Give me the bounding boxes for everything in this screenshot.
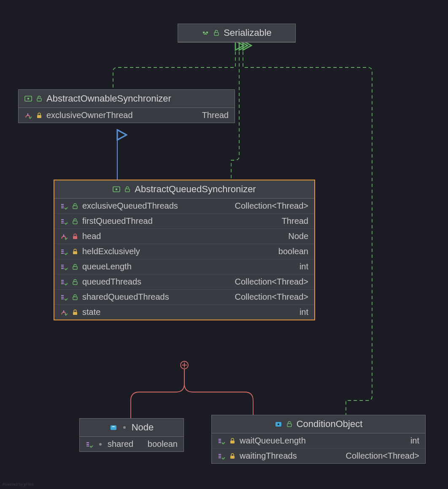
lock-protected-icon <box>71 309 79 316</box>
svg-rect-4 <box>206 32 208 33</box>
node-node[interactable]: Node sharedboolean <box>79 418 184 452</box>
field-name: sharedQueuedThreads <box>82 292 169 302</box>
field-row[interactable]: heldExclusivelyboolean <box>54 244 314 259</box>
lock-public-icon <box>71 278 79 286</box>
field-type: Node <box>288 231 308 241</box>
field-row[interactable]: exclusiveOwnerThreadThread <box>19 108 235 123</box>
field-row[interactable]: waitingThreadsCollection<Thread> <box>212 448 425 463</box>
svg-point-9 <box>27 98 30 100</box>
field-type: Collection<Thread> <box>235 277 308 287</box>
svg-rect-33 <box>73 266 77 269</box>
node-title: ConditionObject <box>297 419 363 430</box>
node-title: AbstractQueuedSynchronizer <box>135 184 256 195</box>
interface-icon <box>202 29 209 37</box>
field-type: int <box>300 262 308 271</box>
lock-public-icon <box>71 263 79 271</box>
node-abstract-ownable-synchronizer[interactable]: AbstractOwnableSynchronizer exclusiveOwn… <box>18 89 235 123</box>
field-name: waitingThreads <box>240 451 297 461</box>
lock-package-icon <box>121 424 128 431</box>
field-list: exclusiveOwnerThreadThread <box>19 108 235 123</box>
node-title: Node <box>132 422 154 433</box>
svg-rect-37 <box>73 282 77 285</box>
svg-rect-29 <box>73 251 77 254</box>
class-icon <box>275 420 282 428</box>
field-list: waitQueueLengthintwaitingThreadsCollecti… <box>212 433 425 463</box>
lock-public-icon <box>71 293 79 301</box>
svg-point-45 <box>123 426 126 429</box>
property-icon <box>218 452 225 460</box>
node-serializable[interactable]: Serializable <box>178 24 296 43</box>
lock-protected-icon <box>229 452 236 460</box>
field-type: Collection<Thread> <box>235 201 308 211</box>
svg-rect-12 <box>37 115 41 118</box>
field-type: boolean <box>278 247 308 256</box>
property-icon <box>60 263 68 271</box>
svg-rect-19 <box>73 206 77 209</box>
svg-rect-60 <box>230 456 235 459</box>
property-icon <box>60 202 68 210</box>
node-header: Serializable <box>178 24 295 42</box>
field-row[interactable]: queueLengthint <box>54 259 314 274</box>
node-abstract-queued-synchronizer[interactable]: AbstractQueuedSynchronizer exclusiveQueu… <box>54 180 315 320</box>
field-row[interactable]: queuedThreadsCollection<Thread> <box>54 274 314 289</box>
field-row[interactable]: headNode <box>54 228 314 244</box>
field-row[interactable]: sharedQueuedThreadsCollection<Thread> <box>54 289 314 304</box>
field-list: exclusiveQueuedThreadsCollection<Thread>… <box>54 199 314 320</box>
field-type: Collection<Thread> <box>345 451 419 461</box>
field-name: exclusiveQueuedThreads <box>82 201 178 211</box>
svg-rect-44 <box>111 425 116 430</box>
property-icon <box>60 218 68 225</box>
lock-protected-icon <box>71 248 79 255</box>
svg-point-49 <box>99 443 102 446</box>
field-type: int <box>300 307 308 317</box>
property-icon <box>218 437 225 445</box>
field-name: exclusiveOwnerThread <box>46 110 133 120</box>
field-row[interactable]: exclusiveQueuedThreadsCollection<Thread> <box>54 199 314 213</box>
field-name: waitQueueLength <box>240 436 306 446</box>
field-row[interactable]: sharedboolean <box>80 437 184 451</box>
svg-rect-15 <box>125 189 130 192</box>
node-header: AbstractQueuedSynchronizer <box>54 180 314 199</box>
property-icon <box>60 248 68 255</box>
field-type: Thread <box>202 110 229 120</box>
field-type: boolean <box>148 439 178 449</box>
svg-point-0 <box>181 361 188 369</box>
node-title: Serializable <box>224 27 272 38</box>
lock-public-icon <box>35 95 43 102</box>
lock-public-icon <box>213 29 220 37</box>
svg-rect-3 <box>203 32 205 33</box>
field-row[interactable]: stateint <box>54 304 314 320</box>
watermark: Powered by yFiles <box>3 482 34 486</box>
field-list: sharedboolean <box>80 437 184 451</box>
svg-rect-52 <box>287 424 291 427</box>
property-icon <box>60 278 68 286</box>
node-condition-object[interactable]: ConditionObject waitQueueLengthintwaitin… <box>211 415 426 464</box>
svg-rect-25 <box>73 236 77 239</box>
field-name: queueLength <box>82 262 132 271</box>
field-name: firstQueuedThread <box>82 216 153 226</box>
svg-point-51 <box>278 424 279 425</box>
lock-private-icon <box>71 233 79 240</box>
svg-rect-7 <box>214 32 219 35</box>
node-header: ConditionObject <box>212 415 425 433</box>
field-name: queuedThreads <box>82 277 141 287</box>
field-type: int <box>410 436 419 446</box>
abstract-class-icon <box>24 95 32 102</box>
svg-point-14 <box>116 188 118 191</box>
static-class-icon <box>110 424 117 431</box>
svg-rect-23 <box>73 221 77 224</box>
svg-rect-10 <box>37 98 41 101</box>
field-row[interactable]: firstQueuedThreadThread <box>54 213 314 228</box>
node-title: AbstractOwnableSynchronizer <box>46 93 171 104</box>
svg-rect-41 <box>73 297 77 300</box>
field-name: shared <box>108 439 133 449</box>
node-header: Node <box>80 419 184 437</box>
field-row[interactable]: waitQueueLengthint <box>212 433 425 448</box>
field-type: Collection<Thread> <box>235 292 308 302</box>
field-type: Thread <box>282 216 308 226</box>
lock-protected-icon <box>35 112 43 119</box>
property-icon <box>86 441 93 448</box>
field-name: head <box>82 231 101 241</box>
lock-package-icon <box>97 441 104 448</box>
field-set-icon <box>24 112 32 119</box>
